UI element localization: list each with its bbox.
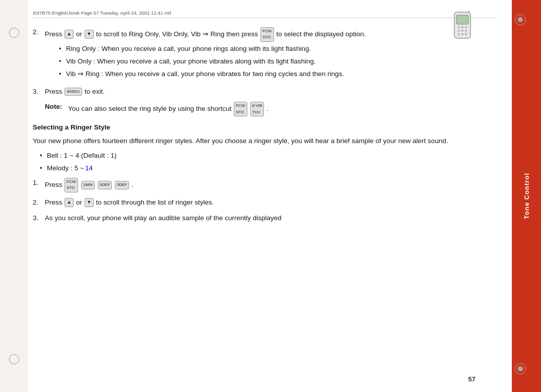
svg-point-3 [461, 26, 463, 28]
note-8vib-key[interactable]: 8 VIBTUV [250, 102, 264, 116]
item-3-suffix: to exit. [85, 88, 105, 95]
sub-item-1-content: Press FCN/STO 1MIN 3DEF 3DEF . [45, 178, 497, 192]
phone-icon-area: ♪ [449, 11, 476, 43]
svg-point-4 [465, 26, 467, 28]
right-sidebar: Tone Control [512, 0, 541, 392]
item-2-suffix: to scroll to Ring Only, Vib Only, Vib ⇒ … [96, 30, 258, 38]
bullet-dot-2: • [59, 56, 66, 67]
sub-item-2-label: 2. [33, 198, 45, 208]
sub-item-2-press: Press [45, 199, 62, 206]
item-2-label: 2. [33, 27, 45, 38]
svg-point-7 [465, 30, 467, 32]
bullet-text-4: Bell : 1 ~ 4 (Default : 1) [47, 151, 116, 161]
page-number: 57 [468, 375, 476, 383]
bullet-item-5: • Melody : 5 ~ 14 [40, 163, 497, 174]
bullet-text-1: Ring Only : When you receive a call, you… [66, 44, 311, 54]
item-3-label: 3. [33, 87, 45, 97]
bullet-list-1: • Ring Only : When you receive a call, y… [59, 44, 497, 80]
sub-item-1: 1. Press FCN/STO 1MIN 3DEF 3DEF . [33, 178, 497, 192]
page-container: I037B75-English.book Page 57 Tuesday, Ap… [0, 0, 541, 392]
content-body: 2. Press ▲ or ▼ to scroll to Ring Only, … [33, 27, 497, 224]
sub1-1min-key[interactable]: 1MIN [81, 181, 95, 189]
sub1-fcn-key[interactable]: FCN/STO [64, 178, 78, 192]
svg-rect-1 [456, 15, 468, 24]
bottom-left-mark [9, 354, 19, 364]
bullet-dot-3: • [59, 69, 66, 80]
arrow-up-key[interactable]: ▲ [64, 30, 74, 39]
sub1-3def1-key[interactable]: 3DEF [98, 181, 112, 189]
svg-line-11 [468, 11, 471, 12]
bullet-text-3: Vib ⇒ Ring : When you receive a call, yo… [66, 69, 344, 80]
top-left-mark [9, 28, 19, 38]
fcn-sto-key[interactable]: FCN/STO [260, 27, 274, 42]
sub-item-2-or: or [76, 199, 82, 206]
phone-icon: ♪ [449, 11, 476, 41]
bullet-list-2: • Bell : 1 ~ 4 (Default : 1) • Melody : … [40, 151, 497, 174]
item-3-content: Press END/U to exit. [45, 87, 497, 97]
section-heading: Selecting a Ringer Style [33, 122, 497, 133]
main-content: I037B75-English.book Page 57 Tuesday, Ap… [28, 0, 512, 392]
left-margin [0, 0, 28, 392]
bottom-right-mark [515, 363, 526, 374]
svg-point-10 [465, 33, 467, 35]
bullet-item-3: • Vib ⇒ Ring : When you receive a call, … [59, 69, 497, 80]
svg-point-5 [458, 30, 460, 32]
item-3: 3. Press END/U to exit. [33, 87, 497, 97]
note-block: Note: You can also select the ring style… [45, 102, 497, 116]
sub-item-3-text: As you scroll, your phone will play an a… [45, 214, 282, 222]
bullet-dot-5: • [40, 163, 47, 174]
file-info: I037B75-English.book Page 57 Tuesday, Ap… [33, 10, 171, 16]
bullet-dot-4: • [40, 151, 47, 161]
item-2: 2. Press ▲ or ▼ to scroll to Ring Only, … [33, 27, 497, 82]
note-fcn-key[interactable]: FCN/STO [234, 102, 247, 116]
item-2-press: Press [45, 30, 62, 38]
sub-item-1-label: 1. [33, 178, 45, 188]
bullet-text-5-num: 14 [85, 163, 93, 174]
item-2-or: or [76, 30, 82, 38]
item-2-select: to select the displayed option. [276, 30, 366, 38]
sub-item-2-content: Press ▲ or ▼ to scroll through the list … [45, 198, 497, 208]
header-bar: I037B75-English.book Page 57 Tuesday, Ap… [33, 10, 497, 18]
sidebar-title: Tone Control [523, 173, 530, 219]
sub-item-2-suffix: to scroll through the list of ringer sty… [96, 199, 214, 206]
bullet-item-2: • Vib Only : When you receive a call, yo… [59, 56, 497, 67]
sub-item-3-label: 3. [33, 213, 45, 224]
item-2-content: Press ▲ or ▼ to scroll to Ring Only, Vib… [45, 27, 497, 82]
section-para: Your new phone offers fourteen different… [33, 136, 497, 147]
sub1-3def2-key[interactable]: 3DEF [115, 181, 129, 189]
sub2-arrow-down-key[interactable]: ▼ [85, 198, 94, 207]
bullet-text-5-prefix: Melody : 5 ~ [47, 163, 84, 174]
note-text: You can also select the ring style by us… [68, 102, 268, 116]
sub1-period: . [131, 181, 133, 188]
top-right-mark [515, 14, 526, 25]
arrow-down-key[interactable]: ▼ [85, 30, 94, 39]
sub-item-1-press: Press [45, 181, 62, 188]
svg-point-9 [461, 33, 463, 35]
end-key[interactable]: END/U [64, 88, 82, 96]
bullet-dot-1: • [59, 44, 66, 54]
bullet-text-2: Vib Only : When you receive a call, your… [66, 56, 316, 67]
svg-point-6 [461, 30, 463, 32]
bullet-item-1: • Ring Only : When you receive a call, y… [59, 44, 497, 54]
bullet-item-4: • Bell : 1 ~ 4 (Default : 1) [40, 151, 497, 161]
svg-point-2 [458, 26, 460, 28]
sub-item-3-content: As you scroll, your phone will play an a… [45, 213, 497, 224]
sub-item-3: 3. As you scroll, your phone will play a… [33, 213, 497, 224]
sub-item-2: 2. Press ▲ or ▼ to scroll through the li… [33, 198, 497, 208]
item-3-press: Press [45, 88, 62, 95]
sub2-arrow-up-key[interactable]: ▲ [64, 198, 74, 207]
svg-point-8 [458, 33, 460, 35]
note-label: Note: [45, 102, 68, 112]
